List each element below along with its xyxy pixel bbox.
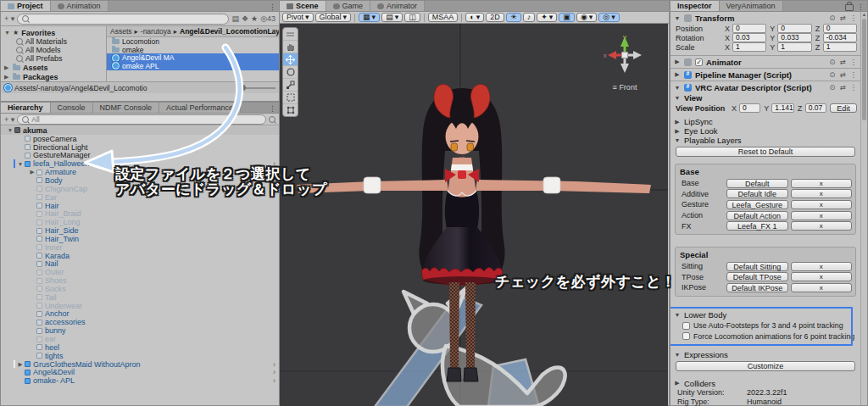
expand-arrow-icon[interactable]: ▼ [6, 127, 14, 133]
window-menu-icon[interactable]: ⋮ [266, 104, 279, 113]
project-tab[interactable]: Animation [51, 1, 108, 11]
hierarchy-item[interactable]: Angel&Devil › [1, 368, 279, 376]
hierarchy-item[interactable]: GestureManager [1, 152, 279, 160]
hierarchy-search-input[interactable]: All [17, 114, 266, 125]
layer-default-button[interactable]: Default Sitting [726, 262, 788, 271]
snap-grid-button[interactable]: ▤▾ [381, 13, 403, 22]
prefab-open-chevron[interactable]: › [273, 376, 275, 385]
z-value-field[interactable]: 0 [823, 24, 857, 33]
scroll-up-icon[interactable]: ▲ [861, 12, 867, 17]
layer-clear-button[interactable]: x [791, 283, 853, 292]
preset-icon[interactable]: ⇄ [839, 14, 845, 22]
hierarchy-item[interactable]: accessories [1, 318, 279, 326]
window-menu-icon[interactable]: ⋮ [857, 3, 865, 11]
foldout-icon[interactable]: ▼ [674, 352, 681, 358]
scrollbar-thumb[interactable] [862, 19, 866, 120]
hierarchy-item[interactable]: tights [1, 352, 279, 360]
gizmos-button[interactable]: ◎▾ [598, 13, 619, 22]
msaa-button[interactable]: MSAA [428, 13, 459, 22]
layer-clear-button[interactable]: x [791, 179, 853, 188]
window-menu-icon[interactable]: ⋮ [266, 3, 279, 11]
colliders-section[interactable]: ▶ Colliders [670, 379, 860, 388]
animator-enabled-checkbox[interactable]: ✓ [695, 58, 703, 66]
view-z-field[interactable]: 0.07 [805, 103, 826, 113]
hierarchy-item[interactable]: Underwear [1, 302, 279, 310]
hierarchy-item[interactable]: Hair_Long [1, 218, 279, 226]
audio-toggle-button[interactable]: ♪ [523, 13, 536, 22]
pipeline-manager-header[interactable]: ▶ Pipeline Manager (Script) ⊙⇄⋮ [670, 68, 860, 81]
foldout-icon[interactable]: ▼ [674, 95, 681, 101]
foldout-icon[interactable]: ▶ [674, 380, 681, 387]
foldout-icon[interactable]: ▼ [4, 29, 10, 37]
hierarchy-item[interactable]: Directional Light [1, 143, 279, 152]
layer-default-button[interactable]: Default TPose [726, 272, 788, 281]
create-object-button[interactable]: + ▾ [4, 115, 14, 124]
project-search-input[interactable] [17, 14, 229, 25]
customize-button[interactable]: Customize [676, 361, 855, 371]
hierarchy-item[interactable]: Inner [1, 243, 279, 252]
hierarchy-item[interactable]: Hair_Braid [1, 209, 279, 218]
z-value-field[interactable]: 1 [823, 42, 857, 52]
favorite-search-icon[interactable]: ★ [251, 14, 258, 23]
project-file-row[interactable]: Locomotion [107, 37, 279, 46]
component-menu-icon[interactable]: ⋮ [850, 14, 858, 22]
hierarchy-item[interactable]: bunny [1, 326, 279, 335]
rotate-tool-button[interactable] [283, 66, 298, 79]
favorites-item[interactable]: All Materials [1, 37, 106, 46]
favorites-root[interactable]: ▼ ★ Favorites [1, 29, 106, 37]
2d-toggle-button[interactable]: 2D [486, 13, 504, 22]
reset-to-default-button[interactable]: Reset to Default [676, 147, 855, 157]
foldout-icon[interactable]: ▼ [674, 85, 681, 91]
foldout-icon[interactable]: ▼ [674, 312, 681, 318]
scene-tab[interactable]: Animator [370, 1, 425, 11]
hidden-objects-button[interactable]: ▣ [559, 13, 575, 22]
project-file-row[interactable]: omake APL [107, 62, 279, 70]
effects-toggle-button[interactable]: ✦▾ [537, 13, 557, 22]
prefab-open-chevron[interactable]: › [273, 360, 275, 369]
rect-tool-button[interactable] [283, 92, 298, 104]
x-value-field[interactable]: 1 [732, 42, 766, 52]
inspector-scrollbar[interactable]: ▲ [860, 12, 867, 405]
favorites-item[interactable]: All Models [1, 46, 106, 54]
prefab-open-chevron[interactable]: › [273, 368, 275, 376]
preset-icon[interactable]: ⇄ [839, 70, 845, 79]
move-tool-button[interactable] [283, 53, 298, 66]
layer-clear-button[interactable]: x [791, 211, 853, 220]
breadcrumb-assets[interactable]: Assets [110, 27, 132, 36]
z-value-field[interactable]: -0.034 [823, 33, 857, 42]
preset-icon[interactable]: ⇄ [839, 83, 845, 92]
help-icon[interactable]: ⊙ [829, 58, 835, 66]
hierarchy-item[interactable]: omake- APL › [1, 376, 279, 385]
component-menu-icon[interactable]: ⋮ [850, 83, 858, 92]
orientation-mode-button[interactable]: Global▾ [315, 13, 352, 22]
help-icon[interactable]: ⊙ [829, 70, 835, 79]
foldout-icon[interactable]: ▶ [4, 64, 10, 72]
thumbnail-size-slider[interactable] [238, 87, 275, 89]
hierarchy-item[interactable]: Socks [1, 285, 279, 293]
preset-icon[interactable]: ⇄ [839, 58, 845, 66]
help-icon[interactable]: ⊙ [829, 14, 835, 22]
lower-body-section[interactable]: ▼ Lower Body [670, 310, 860, 320]
expand-arrow-icon[interactable]: ▶ [16, 361, 25, 368]
tools-handle[interactable] [283, 28, 298, 41]
playable-layers-section[interactable]: ▼ Playable Layers [670, 136, 860, 145]
search-by-type-icon[interactable]: ▤ [231, 14, 239, 23]
layer-default-button[interactable]: Leefa_FX 1 [726, 221, 788, 231]
y-value-field[interactable]: 0.033 [777, 33, 811, 42]
layer-clear-button[interactable]: x [791, 262, 853, 271]
view-x-field[interactable]: 0 [739, 103, 760, 113]
breadcrumb-current[interactable]: Angel&Devil_LocomotionLayer [180, 27, 279, 36]
foldout-icon[interactable]: ▶ [674, 58, 681, 65]
view-y-field[interactable]: 1.141 [771, 103, 793, 113]
camera-settings-button[interactable]: ◉▾ [576, 13, 597, 22]
eyelook-section[interactable]: ▶ Eye Look [670, 126, 860, 136]
hierarchy-tab[interactable]: Hierarchy [1, 103, 51, 113]
layer-clear-button[interactable]: x [791, 272, 853, 281]
expressions-section[interactable]: ▼ Expressions [670, 350, 860, 359]
shading-mode-button[interactable]: ◐▾ [465, 13, 484, 22]
x-value-field[interactable]: 0 [732, 24, 766, 33]
layer-default-button[interactable]: Default Action [726, 211, 788, 220]
foldout-icon[interactable]: ▼ [674, 15, 681, 21]
project-root-folder[interactable]: ▶ Packages [1, 73, 106, 81]
project-root-folder[interactable]: ▶ Assets [1, 64, 106, 72]
